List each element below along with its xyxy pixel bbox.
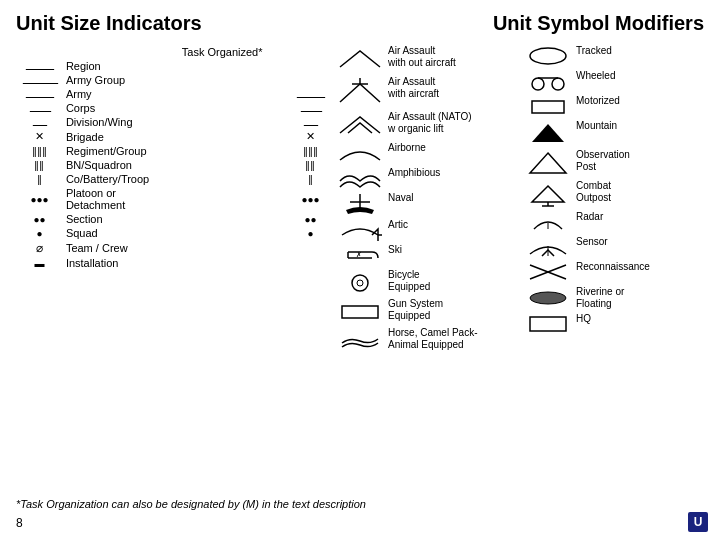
table-row: ⚊⚊⚊⚊ Army ⚊⚊⚊⚊ [16,87,336,101]
team-label: Team / Crew [63,240,179,256]
svg-marker-19 [532,186,564,202]
list-item: Air Assaultwith aircraft [336,76,516,108]
table-row: ‖‖ BN/Squadron ‖‖ [16,158,336,172]
svg-point-14 [552,78,564,90]
radar-label: Radar [576,211,704,223]
task-region-symbol [285,59,336,73]
svg-rect-11 [342,306,378,318]
air-assault-aircraft-label: Air Assaultwith aircraft [388,76,516,100]
airborne-icon [336,142,384,164]
task-section-symbol: ●● [285,212,336,226]
svg-point-26 [530,292,566,304]
cobattery-label: Co/Battery/Troop [63,172,179,186]
tracked-icon [524,45,572,67]
table-row: ▬ Installation [16,256,336,270]
svg-text:✗: ✗ [356,251,362,258]
list-item: Sensor [524,236,704,258]
task-corps-symbol: ⚊⚊⚊ [285,101,336,115]
table-row: ● Squad ● [16,226,336,240]
list-item: Motorized [524,95,704,117]
gun-system-label: Gun SystemEquipped [388,298,516,322]
army-group-label: Army Group [63,73,179,87]
task-division-symbol: ⚊⚊ [285,115,336,129]
observation-post-icon [524,149,572,177]
list-item: Air Assault (NATO)w organic lift [336,111,516,139]
list-item: Airborne [336,142,516,164]
corner-icon: U [688,512,708,532]
svg-point-12 [530,48,566,64]
artic-icon [336,219,384,241]
horse-icon [336,327,384,349]
task-sym-header [285,45,336,59]
modifiers-col2: Tracked Wheeled [524,45,704,354]
list-item: Gun SystemEquipped [336,298,516,324]
task-army-symbol: ⚊⚊⚊⚊ [285,87,336,101]
combat-outpost-label: CombatOutpost [576,180,704,204]
riverine-icon [524,286,572,306]
list-item: Mountain [524,120,704,146]
corps-symbol: ⚊⚊⚊ [16,101,63,115]
task-squad-symbol: ● [285,226,336,240]
riverine-label: Riverine orFloating [576,286,704,310]
reconnaissance-label: Reconnaissance [576,261,704,273]
corps-label: Corps [63,101,179,115]
table-row: ⌀ Team / Crew [16,240,336,256]
list-item: Tracked [524,45,704,67]
installation-symbol: ▬ [16,256,63,270]
hq-icon [524,313,572,335]
list-item: BicycleEquipped [336,269,516,295]
ski-icon: ✗ [336,244,384,266]
gun-system-icon [336,298,384,324]
list-item: Naval [336,192,516,216]
hq-label: HQ [576,313,704,325]
svg-point-13 [532,78,544,90]
table-row: ‖‖‖ Regiment/Group ‖‖‖ [16,144,336,158]
svg-rect-16 [532,101,564,113]
table-row: ⚊⚊⚊⚊⚊ Army Group [16,73,336,87]
task-brigade-symbol: ✕ [285,129,336,144]
list-item: Artic [336,219,516,241]
ski-label: Ski [388,244,516,256]
task-header: Task Organized* [179,45,285,59]
right-title: Unit Symbol Modifiers [493,12,704,35]
list-item: Radar [524,211,704,233]
task-regiment-symbol: ‖‖‖ [285,144,336,158]
platoon-symbol: ●●● [16,186,63,212]
installation-label: Installation [63,256,179,270]
observation-post-label: ObservationPost [576,149,704,173]
regiment-symbol: ‖‖‖ [16,144,63,158]
table-row: ●● Section ●● [16,212,336,226]
table-row: ⚊⚊⚊ Corps ⚊⚊⚊ [16,101,336,115]
platoon-label: Platoon or Detachment [63,186,179,212]
battalion-label: BN/Squadron [63,158,179,172]
air-assault-nato-icon [336,111,384,139]
team-symbol: ⌀ [16,240,63,256]
army-symbol: ⚊⚊⚊⚊ [16,87,63,101]
wheeled-label: Wheeled [576,70,704,82]
amphibious-icon [336,167,384,189]
list-item: Reconnaissance [524,261,704,283]
squad-label: Squad [63,226,179,240]
tracked-label: Tracked [576,45,704,57]
bicycle-label: BicycleEquipped [388,269,516,293]
list-item: Horse, Camel Pack-Animal Equipped [336,327,516,351]
list-item: ✗ Ski [336,244,516,266]
table-row: ⚊⚊ Division/Wing ⚊⚊ [16,115,336,129]
list-item: ObservationPost [524,149,704,177]
horse-label: Horse, Camel Pack-Animal Equipped [388,327,516,351]
list-item: HQ [524,313,704,335]
section-symbol: ●● [16,212,63,226]
list-item: Wheeled [524,70,704,92]
air-assault-no-aircraft-icon [336,45,384,73]
list-item: Riverine orFloating [524,286,704,310]
mountain-label: Mountain [576,120,704,132]
footer-note: *Task Organization can also be designate… [16,498,366,510]
list-item: Amphibious [336,167,516,189]
cobattery-symbol: ‖ [16,172,63,186]
sensor-label: Sensor [576,236,704,248]
division-symbol: ⚊⚊ [16,115,63,129]
task-battalion-symbol: ‖‖ [285,158,336,172]
section-label: Section [63,212,179,226]
amphibious-label: Amphibious [388,167,516,179]
svg-marker-17 [532,124,564,142]
